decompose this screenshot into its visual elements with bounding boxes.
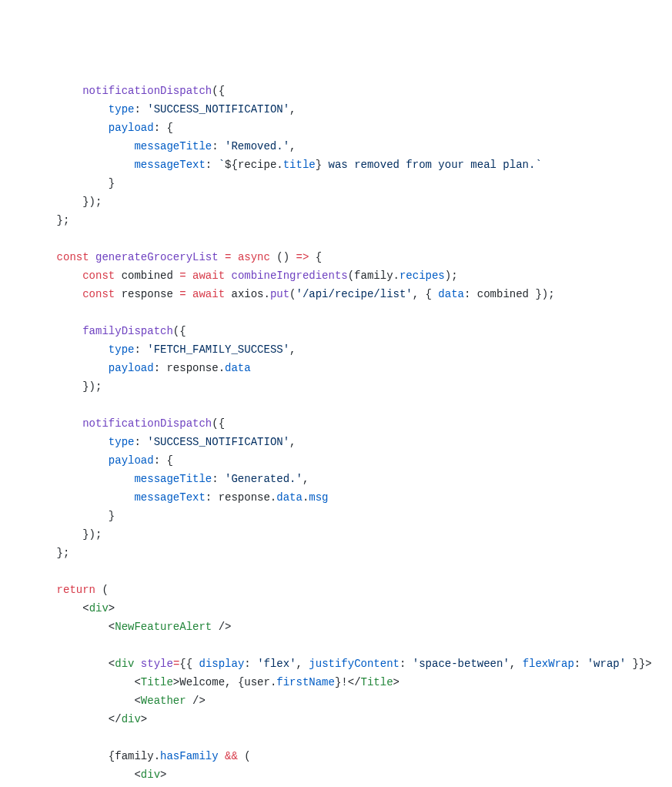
- code-line: </div>: [31, 713, 147, 725]
- code-line: {family.hasFamily && (: [31, 750, 251, 762]
- code-line: const combined = await combineIngredient…: [31, 270, 458, 282]
- code-line: };: [31, 214, 69, 226]
- code-line: type: 'SUCCESS_NOTIFICATION',: [31, 103, 296, 116]
- code-line: return (: [31, 584, 109, 596]
- code-line: <Weather />: [31, 695, 206, 707]
- code-line: <Title>Welcome, {user.firstName}!</Title…: [31, 676, 400, 688]
- fn-call: notificationDispatch: [82, 85, 212, 97]
- jsx-attr: style: [141, 658, 173, 670]
- code-line: const response = await axios.put('/api/r…: [31, 288, 555, 300]
- code-line: payload: {: [31, 122, 173, 134]
- fn-name: generateGroceryList: [95, 251, 219, 263]
- code-line: });: [31, 380, 102, 393]
- code-line: }: [31, 177, 115, 189]
- jsx-tag: div: [89, 602, 109, 615]
- code-line: payload: response.data: [31, 362, 251, 374]
- code-line: familyDispatch({: [31, 325, 186, 337]
- code-line: messageTitle: 'Generated.',: [31, 473, 309, 485]
- code-line: notificationDispatch({: [31, 417, 225, 430]
- code-line: <NewFeatureAlert />: [31, 621, 231, 633]
- code-line: messageText: response.data.msg: [31, 491, 329, 504]
- code-line: };: [31, 547, 69, 559]
- code-line: const generateGroceryList = async () => …: [31, 251, 322, 263]
- code-line: }: [31, 510, 115, 522]
- code-line: messageTitle: 'Removed.',: [31, 140, 296, 152]
- code-line: <div>: [31, 602, 115, 615]
- keyword-return: return: [57, 584, 95, 596]
- jsx-tag: NewFeatureAlert: [115, 621, 212, 633]
- code-line: payload: {: [31, 454, 173, 467]
- code-block: notificationDispatch({ type: 'SUCCESS_NO…: [31, 82, 641, 784]
- code-line: messageText: `${recipe.title} was remove…: [31, 159, 542, 171]
- code-line: type: 'FETCH_FAMILY_SUCCESS',: [31, 343, 296, 356]
- keyword-const: const: [57, 251, 89, 263]
- code-line: });: [31, 528, 102, 541]
- code-line: });: [31, 196, 102, 208]
- code-line: type: 'SUCCESS_NOTIFICATION',: [31, 436, 296, 448]
- code-line: notificationDispatch({: [31, 85, 225, 97]
- code-line: <div style={{ display: 'flex', justifyCo…: [31, 658, 652, 670]
- code-line: <div>: [31, 769, 166, 781]
